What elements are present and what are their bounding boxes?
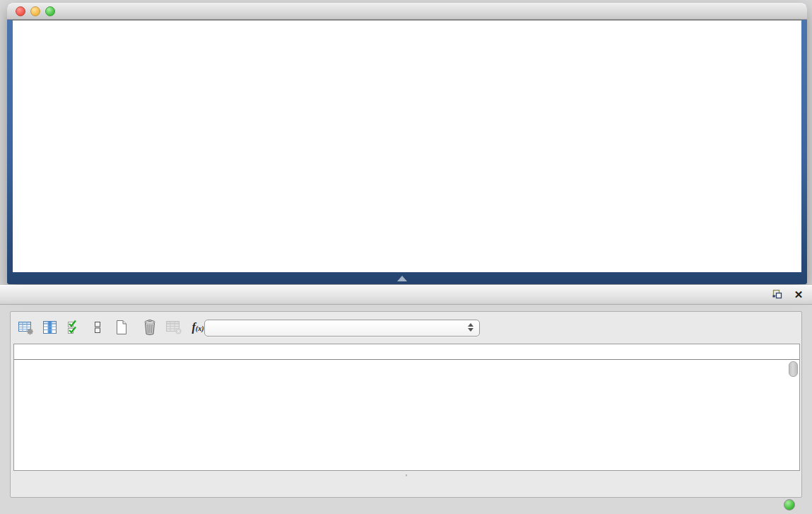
table-scrollbar[interactable] (789, 361, 797, 467)
window-titlebar[interactable] (7, 3, 807, 20)
table-settings-icon[interactable] (16, 318, 35, 337)
delete-attribute-icon[interactable] (141, 318, 159, 337)
table-selector-dropdown[interactable] (204, 320, 480, 337)
scrollbar-thumb[interactable] (789, 361, 798, 377)
close-panel-icon[interactable]: ✕ (792, 288, 805, 300)
table-type-tabs (406, 474, 407, 476)
status-bar (0, 496, 812, 514)
window-minimize-button[interactable] (30, 6, 40, 16)
memory-ok-indicator-icon[interactable] (784, 499, 795, 510)
network-canvas[interactable] (13, 20, 801, 272)
select-all-icon[interactable] (64, 318, 83, 337)
show-column-icon[interactable] (40, 318, 59, 337)
splitter-handle[interactable] (397, 276, 407, 281)
table-toolbar: f(x) (16, 317, 213, 338)
attribute-table (13, 344, 800, 471)
network-view-window (7, 3, 807, 284)
table-tabs-row (11, 474, 801, 476)
delete-table-icon (165, 318, 183, 337)
table-header-row (14, 344, 799, 360)
window-zoom-button[interactable] (45, 6, 55, 16)
dropdown-stepper-icon (468, 323, 473, 332)
row-height-icon[interactable] (88, 318, 107, 337)
new-table-icon[interactable] (112, 318, 131, 337)
table-panel-body: f(x) (10, 311, 802, 498)
float-panel-icon[interactable] (771, 288, 784, 300)
window-close-button[interactable] (16, 6, 25, 16)
table-panel-titlebar: ✕ (0, 285, 812, 305)
citation-network-graph[interactable] (13, 21, 801, 272)
